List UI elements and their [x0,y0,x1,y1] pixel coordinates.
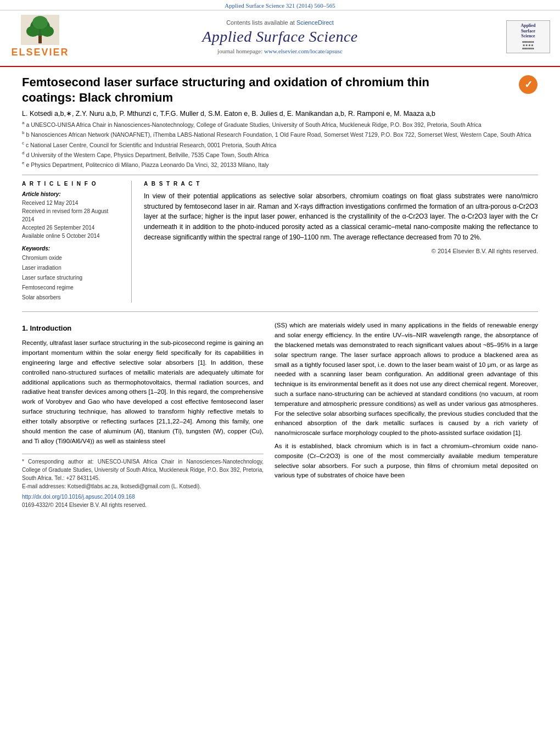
article-main: Femtosecond laser surface structuring an… [0,67,560,308]
right-paragraph1: (SS) which are materials widely used in … [275,321,538,438]
divider-2 [22,311,538,312]
keywords-section: Keywords: Chromium oxide Laser irradiati… [22,246,121,303]
elsevier-logo: ELSEVIER [10,15,70,58]
footnote-email: E-mail addresses: Kotsedi@tlabs.ac.za, l… [22,482,264,490]
article-title-section: Femtosecond laser surface structuring an… [22,75,538,105]
keyword-2: Laser irradiation [22,263,121,273]
logo-subtitle: ■■■■■■■ ■ ■ ■■■■■■■ [522,40,534,50]
affiliations: a a UNESCO-UNISA Africa Chair in Nanosci… [22,120,538,169]
available-date: Available online 5 October 2014 [22,232,121,240]
intro-paragraph1: Recently, ultrafast laser surface struct… [22,338,264,446]
doi-line: http://dx.doi.org/10.1016/j.apsusc.2014.… [22,493,264,501]
footnote-area: * Corresponding author at: UNESCO-UNISA … [22,454,264,509]
article-title: Femtosecond laser surface structuring an… [22,75,472,105]
accepted-date: Accepted 26 September 2014 [22,224,121,232]
journal-homepage: journal homepage: www.elsevier.com/locat… [70,48,490,54]
affiliation-d: d d University of the Western Cape, Phys… [22,150,538,159]
elsevier-tree-icon [21,15,59,45]
keyword-4: Femtosecond regime [22,283,121,293]
article-history: Article history: Received 12 May 2014 Re… [22,191,121,240]
authors-line: L. Kotsedi a,b,∗, Z.Y. Nuru a,b, P. Mthu… [22,109,538,118]
right-paragraph2: As it is established, black chromium whi… [275,442,538,481]
journal-branding: ELSEVIER Contents lists available at Sci… [0,10,560,63]
affiliation-c: c c National Laser Centre, Council for S… [22,140,538,149]
sciencedirect-link[interactable]: ScienceDirect [296,19,334,26]
body-col-left: 1. Introduction Recently, ultrafast lase… [22,321,275,509]
journal-logo-box: AppliedSurfaceScience ■■■■■■■ ■ ■ ■■■■■■… [506,20,550,53]
keyword-3: Laser surface structuring [22,273,121,283]
crossmark-badge: ✓ [518,75,538,94]
issn-line: 0169-4332/© 2014 Elsevier B.V. All right… [22,501,264,509]
journal-url[interactable]: www.elsevier.com/locate/apsusc [264,48,343,54]
intro-title: 1. Introduction [22,323,264,334]
abstract-col: A B S T R A C T In view of their potenti… [132,181,538,303]
journal-title: Applied Surface Science [70,28,490,46]
journal-citation: Applied Surface Science 321 (2014) 560–5… [225,2,335,9]
body-section: 1. Introduction Recently, ultrafast lase… [0,315,560,515]
svg-point-5 [32,16,48,29]
abstract-header: A B S T R A C T [144,181,538,187]
journal-logo-right: AppliedSurfaceScience ■■■■■■■ ■ ■ ■■■■■■… [490,20,550,53]
footnote-star: * Corresponding author at: UNESCO-UNISA … [22,458,264,482]
keywords-label: Keywords: [22,246,121,252]
logo-title: AppliedSurfaceScience [520,23,535,39]
svg-text:✓: ✓ [524,79,533,90]
contents-line: Contents lists available at ScienceDirec… [70,19,490,26]
keyword-5: Solar absorbers [22,293,121,303]
journal-top-bar: Applied Surface Science 321 (2014) 560–5… [0,0,560,10]
svg-rect-1 [38,36,42,43]
abstract-text: In view of their potential applications … [144,191,538,242]
body-col-right: (SS) which are materials widely used in … [275,321,538,509]
elsevier-wordmark: ELSEVIER [11,47,69,58]
article-info-col: A R T I C L E I N F O Article history: R… [22,181,132,303]
divider-1 [22,175,538,175]
copyright-line: © 2014 Elsevier B.V. All rights reserved… [144,248,538,254]
history-label: Article history: [22,191,121,197]
journal-title-center: Contents lists available at ScienceDirec… [70,19,490,54]
affiliation-b: b b Nanosciences African Network (NANOAF… [22,130,538,139]
affiliation-e: e e Physics Department, Politecnico di M… [22,160,538,169]
affiliation-a: a a UNESCO-UNISA Africa Chair in Nanosci… [22,120,538,129]
doi-link[interactable]: http://dx.doi.org/10.1016/j.apsusc.2014.… [22,494,135,500]
received-date: Received 12 May 2014 [22,199,121,207]
journal-header: Applied Surface Science 321 (2014) 560–5… [0,0,560,67]
article-info-header: A R T I C L E I N F O [22,181,121,187]
received-revised-date: Received in revised form 28 August 2014 [22,207,121,224]
article-info-abstract: A R T I C L E I N F O Article history: R… [22,181,538,303]
keyword-1: Chromium oxide [22,253,121,263]
